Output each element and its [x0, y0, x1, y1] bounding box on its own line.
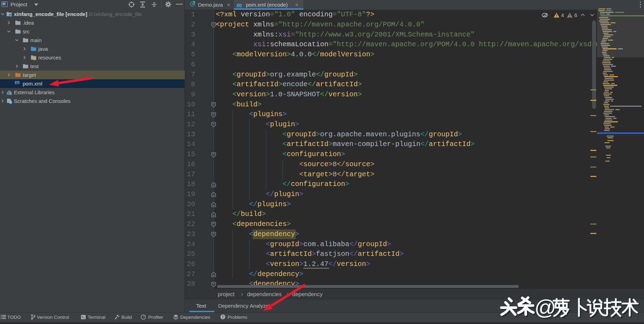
svg-text:@: @	[534, 295, 556, 319]
